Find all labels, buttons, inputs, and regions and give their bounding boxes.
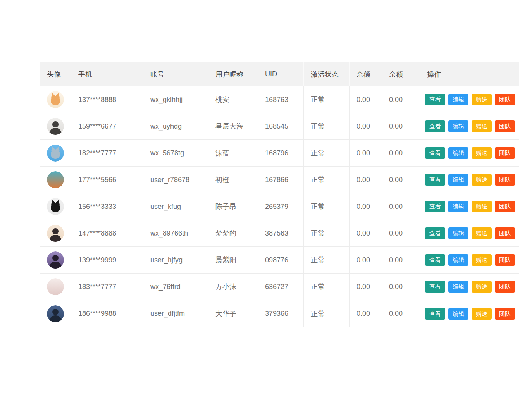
sunset-field-photo-avatar [47, 171, 64, 188]
team-button[interactable]: 团队 [495, 281, 515, 293]
edit-button[interactable]: 编辑 [448, 174, 468, 186]
view-button[interactable]: 查看 [425, 201, 445, 212]
nickname-cell: 沫蓝 [208, 140, 258, 167]
edit-button[interactable]: 编辑 [448, 281, 468, 293]
content-card: 头像 手机 账号 用户昵称 UID 激活状态 余额 余额 操作 137****8… [16, 14, 512, 403]
uid-cell: 265379 [258, 193, 304, 220]
view-button[interactable]: 查看 [425, 147, 445, 159]
status-cell: 正常 [304, 274, 350, 300]
view-button[interactable]: 查看 [425, 308, 445, 320]
team-button[interactable]: 团队 [495, 174, 515, 186]
edit-button[interactable]: 编辑 [448, 254, 468, 266]
edit-button[interactable]: 编辑 [448, 147, 468, 159]
team-button[interactable]: 团队 [495, 201, 515, 212]
avatar-cell [40, 247, 71, 274]
avatar-cell [40, 140, 71, 167]
illustrated-girl-avatar [47, 225, 64, 242]
uid-cell: 167866 [258, 167, 304, 193]
actions-cell: 查看 编辑 赠送 团队 [420, 113, 519, 140]
view-button[interactable]: 查看 [425, 281, 445, 293]
balance1-cell: 0.00 [350, 193, 382, 220]
view-button[interactable]: 查看 [425, 227, 445, 239]
gift-button[interactable]: 赠送 [472, 174, 492, 186]
column-header-status: 激活状态 [304, 62, 350, 86]
gift-button[interactable]: 赠送 [472, 94, 492, 105]
balance1-cell: 0.00 [350, 113, 382, 140]
table-body: 137****8888 wx_gklhhjj 桃安 168763 正常 0.00… [40, 86, 519, 327]
phone-cell: 137****8888 [71, 86, 143, 113]
uid-cell: 168796 [258, 140, 304, 167]
gift-button[interactable]: 赠送 [472, 281, 492, 293]
illustrated-girl-blue-avatar [47, 305, 64, 322]
view-button[interactable]: 查看 [425, 254, 445, 266]
balance2-cell: 0.00 [382, 300, 420, 327]
phone-cell: 156****3333 [71, 193, 143, 220]
purple-dusk-silhouette-avatar [47, 251, 64, 269]
view-button[interactable]: 查看 [425, 174, 445, 186]
edit-button[interactable]: 编辑 [448, 201, 468, 212]
nickname-cell: 万小沫 [208, 274, 258, 300]
actions-cell: 查看 编辑 赠送 团队 [420, 193, 519, 220]
edit-button[interactable]: 编辑 [448, 120, 468, 132]
gift-button[interactable]: 赠送 [472, 227, 492, 239]
view-button[interactable]: 查看 [425, 94, 445, 105]
team-button[interactable]: 团队 [495, 227, 515, 239]
hand-window-photo-avatar [47, 278, 64, 295]
column-header-phone: 手机 [71, 62, 143, 86]
balance2-cell: 0.00 [382, 86, 420, 113]
team-button[interactable]: 团队 [495, 94, 515, 105]
team-button[interactable]: 团队 [495, 147, 515, 159]
column-header-avatar: 头像 [40, 62, 71, 86]
avatar-cell [40, 193, 71, 220]
actions-cell: 查看 编辑 赠送 团队 [420, 86, 519, 113]
account-cell: user_dfjtfm [143, 300, 208, 327]
account-cell: wx_gklhhjj [143, 86, 208, 113]
account-cell: wx_89766th [143, 220, 208, 247]
team-button[interactable]: 团队 [495, 254, 515, 266]
edit-button[interactable]: 编辑 [448, 308, 468, 320]
gift-button[interactable]: 赠送 [472, 201, 492, 212]
account-cell: user_hjfyg [143, 247, 208, 274]
phone-cell: 159****6677 [71, 113, 143, 140]
team-button[interactable]: 团队 [495, 120, 515, 132]
uid-cell: 387563 [258, 220, 304, 247]
balance2-cell: 0.00 [382, 193, 420, 220]
phone-cell: 183****7777 [71, 274, 143, 300]
black-cat-avatar [47, 198, 64, 215]
table-row: 159****6677 wx_uyhdg 星辰大海 168545 正常 0.00… [40, 113, 519, 140]
shiba-dog-avatar [47, 91, 64, 108]
nickname-cell: 梦梦的 [208, 220, 258, 247]
status-cell: 正常 [304, 113, 350, 140]
actions-cell: 查看 编辑 赠送 团队 [420, 274, 519, 300]
uid-cell: 168763 [258, 86, 304, 113]
table-row: 177****5566 user_r78678 初橙 167866 正常 0.0… [40, 167, 519, 193]
gift-button[interactable]: 赠送 [472, 308, 492, 320]
balance2-cell: 0.00 [382, 274, 420, 300]
uid-cell: 379366 [258, 300, 304, 327]
status-cell: 正常 [304, 300, 350, 327]
account-cell: wx_5678tg [143, 140, 208, 167]
view-button[interactable]: 查看 [425, 120, 445, 132]
gift-button[interactable]: 赠送 [472, 147, 492, 159]
actions-cell: 查看 编辑 赠送 团队 [420, 140, 519, 167]
column-header-balance1: 余额 [350, 62, 382, 86]
balance2-cell: 0.00 [382, 140, 420, 167]
column-header-balance2: 余额 [382, 62, 420, 86]
actions-cell: 查看 编辑 赠送 团队 [420, 247, 519, 274]
actions-cell: 查看 编辑 赠送 团队 [420, 300, 519, 327]
nickname-cell: 初橙 [208, 167, 258, 193]
phone-cell: 177****5566 [71, 167, 143, 193]
balance2-cell: 0.00 [382, 167, 420, 193]
user-table: 头像 手机 账号 用户昵称 UID 激活状态 余额 余额 操作 137****8… [40, 62, 519, 327]
team-button[interactable]: 团队 [495, 308, 515, 320]
cartoon-cat-avatar [47, 145, 64, 162]
edit-button[interactable]: 编辑 [448, 227, 468, 239]
edit-button[interactable]: 编辑 [448, 94, 468, 105]
table-row: 183****7777 wx_76ffrd 万小沫 636727 正常 0.00… [40, 274, 519, 300]
avatar-cell [40, 86, 71, 113]
gift-button[interactable]: 赠送 [472, 254, 492, 266]
gift-button[interactable]: 赠送 [472, 120, 492, 132]
balance1-cell: 0.00 [350, 86, 382, 113]
table-row: 137****8888 wx_gklhhjj 桃安 168763 正常 0.00… [40, 86, 519, 113]
table-row: 147****8888 wx_89766th 梦梦的 387563 正常 0.0… [40, 220, 519, 247]
